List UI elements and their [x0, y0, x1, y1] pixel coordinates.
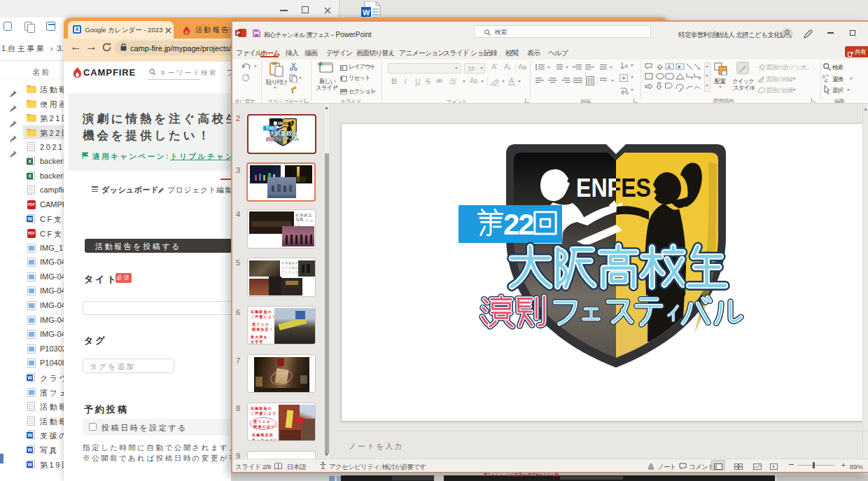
svg-text:A: A [668, 64, 671, 69]
svg-text:P: P [237, 30, 241, 36]
svg-text:W: W [363, 8, 370, 17]
svg-text:A: A [624, 63, 629, 69]
